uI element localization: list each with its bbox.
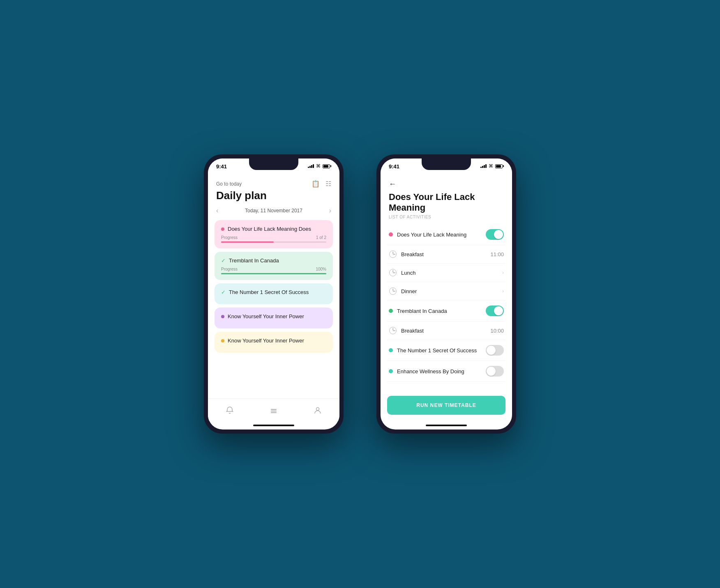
chart-icon[interactable]: ☷	[325, 180, 331, 188]
toggle-enhance-wellness[interactable]	[486, 366, 504, 377]
clock-icon-1	[389, 250, 397, 258]
activity-dot-8	[389, 369, 393, 373]
progress-bar-fill-1	[221, 241, 274, 243]
activity-dot-7	[389, 348, 393, 352]
header-icons: 📋 ☷	[312, 180, 331, 188]
activity-time-2: 10:00	[490, 328, 504, 334]
progress-val-1: 1 of 2	[316, 235, 326, 240]
activity-name-7: The Number 1 Secret Of Success	[397, 347, 482, 354]
status-icons-1: ⌘	[308, 163, 331, 169]
activity-name-5: Tremblant In Canada	[397, 308, 482, 314]
progress-bar-bg-1	[221, 241, 326, 243]
nav-profile[interactable]	[314, 406, 322, 414]
daily-nav: Go to today 📋 ☷	[216, 180, 331, 188]
list-icon[interactable]: 📋	[312, 180, 320, 188]
activity-name-4: Dinner	[401, 288, 498, 294]
home-indicator-2	[381, 421, 512, 430]
current-date: Today, 11 November 2017	[245, 208, 302, 214]
card-title-2: Tremblant In Canada	[229, 257, 279, 264]
status-icons-2: ⌘	[480, 163, 504, 169]
activity-name-2: Breakfast	[401, 251, 486, 257]
activity-dot-1	[389, 232, 393, 237]
detail-title: Does Your Life Lack Meaning	[389, 192, 504, 213]
battery-icon-1	[323, 164, 331, 168]
activity-tremblant[interactable]: Tremblant In Canada	[387, 301, 505, 322]
activity-does-your-life[interactable]: Does Your Life Lack Meaning	[387, 224, 505, 245]
prev-date-button[interactable]: ‹	[216, 207, 218, 214]
activity-breakfast-2[interactable]: Breakfast 10:00	[387, 322, 505, 340]
run-btn-container: RUN NEW TIMETABLE	[381, 389, 512, 421]
status-bar-2: 9:41 ⌘	[381, 158, 512, 177]
progress-bar-fill-2	[221, 273, 326, 274]
progress-label-1: Progress	[221, 235, 238, 240]
status-time-1: 9:41	[216, 163, 227, 170]
activity-lunch[interactable]: Lunch ›	[387, 264, 505, 282]
back-button[interactable]: ←	[389, 180, 504, 188]
signal-icon-1	[308, 164, 314, 168]
check-icon-3: ✓	[221, 289, 226, 295]
activity-time-1: 11:00	[490, 251, 504, 257]
progress-val-2: 100%	[316, 267, 326, 271]
card-dot-yellow	[221, 339, 224, 342]
daily-header: Go to today 📋 ☷ Daily plan ‹ Today, 11 N…	[208, 177, 339, 220]
activity-dot-5	[389, 309, 393, 313]
card-dot-pink	[221, 227, 224, 231]
nav-home[interactable]	[270, 406, 278, 414]
activity-enhance-wellness[interactable]: Enhance Wellness By Doing	[387, 361, 505, 382]
go-to-today-label[interactable]: Go to today	[216, 181, 242, 187]
progress-label-2: Progress	[221, 267, 238, 271]
check-icon-2: ✓	[221, 257, 226, 264]
chevron-dinner: ›	[502, 288, 504, 294]
next-date-button[interactable]: ›	[329, 207, 331, 214]
phone-1: 9:41 ⌘ G	[204, 154, 344, 434]
card-dot-purple	[221, 315, 224, 318]
run-new-timetable-button[interactable]: RUN NEW TIMETABLE	[387, 396, 505, 415]
card-title-1: Does Your Life Lack Meaning Does	[228, 226, 311, 232]
svg-point-3	[316, 407, 319, 410]
wifi-icon-1: ⌘	[316, 163, 321, 169]
bottom-nav	[208, 398, 339, 421]
clock-icon-3	[389, 287, 397, 295]
nav-notifications[interactable]	[226, 406, 234, 414]
card-tremblant[interactable]: ✓ Tremblant In Canada Progress 100%	[215, 252, 333, 280]
phone-2: 9:41 ⌘ ← Do	[376, 154, 516, 434]
activity-breakfast-1[interactable]: Breakfast 11:00	[387, 245, 505, 264]
status-bar-1: 9:41 ⌘	[208, 158, 339, 177]
svg-rect-0	[271, 409, 277, 410]
card-title-5: Know Yourself Your Inner Power	[228, 338, 304, 344]
card-know-yourself-purple[interactable]: Know Yourself Your Inner Power	[215, 308, 333, 328]
activity-name-3: Lunch	[401, 270, 498, 276]
progress-bar-bg-2	[221, 273, 326, 274]
battery-icon-2	[495, 164, 504, 168]
activity-dinner[interactable]: Dinner ›	[387, 282, 505, 301]
detail-header: ← Does Your Life Lack Meaning LIST OF AC…	[381, 177, 512, 224]
notch-2	[422, 158, 471, 170]
chevron-lunch: ›	[502, 270, 504, 276]
toggle-tremblant[interactable]	[486, 305, 504, 316]
page-title: Daily plan	[216, 189, 331, 202]
card-does-your-life[interactable]: Does Your Life Lack Meaning Does Progres…	[215, 220, 333, 248]
clock-icon-4	[389, 326, 397, 335]
activity-number-secret[interactable]: The Number 1 Secret Of Success	[387, 340, 505, 361]
toggle-does-your-life[interactable]	[486, 229, 504, 240]
signal-icon-2	[480, 164, 487, 168]
date-nav: ‹ Today, 11 November 2017 ›	[216, 205, 331, 218]
activities-section-label: LIST OF ACTIVITIES	[389, 215, 504, 219]
cards-list: Does Your Life Lack Meaning Does Progres…	[208, 220, 339, 398]
wifi-icon-2: ⌘	[489, 163, 493, 169]
activity-name-8: Enhance Wellness By Doing	[397, 368, 482, 374]
svg-rect-1	[271, 411, 277, 411]
activity-name-6: Breakfast	[401, 328, 486, 334]
activity-list: Does Your Life Lack Meaning Breakfast 1	[381, 224, 512, 389]
card-know-yourself-yellow[interactable]: Know Yourself Your Inner Power	[215, 332, 333, 353]
svg-rect-2	[271, 412, 277, 413]
status-time-2: 9:41	[389, 163, 399, 170]
clock-icon-2	[389, 269, 397, 277]
card-title-4: Know Yourself Your Inner Power	[228, 313, 304, 319]
notch-1	[249, 158, 298, 170]
toggle-number-secret[interactable]	[486, 345, 504, 356]
home-indicator-1	[208, 421, 339, 430]
card-title-3: The Number 1 Secret Of Success	[229, 289, 309, 295]
activity-name-1: Does Your Life Lack Meaning	[397, 232, 482, 238]
card-number-secret[interactable]: ✓ The Number 1 Secret Of Success	[215, 283, 333, 304]
